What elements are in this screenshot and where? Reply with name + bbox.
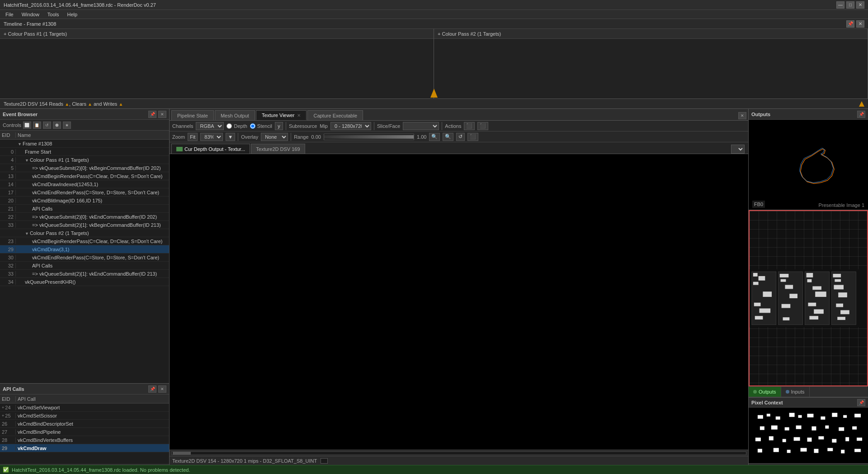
- tree-row-22a[interactable]: 22 => vkQueueSubmit(2)[0]: vkEndCommandB…: [0, 213, 169, 221]
- svg-rect-38: [776, 417, 780, 420]
- event-tree-columns: EID Name: [0, 131, 169, 140]
- tree-row-21[interactable]: 21 API Calls: [0, 205, 169, 213]
- tree-row-20[interactable]: 20 vkCmdBlitImage(ID 166,ID 175): [0, 197, 169, 205]
- tab-mesh-output[interactable]: Mesh Output: [215, 110, 255, 120]
- stencil-svg: [750, 211, 867, 385]
- maximize-button[interactable]: □: [846, 1, 854, 9]
- svg-rect-66: [801, 448, 807, 451]
- menu-file[interactable]: File: [2, 11, 17, 18]
- tree-row-5[interactable]: 5 => vkQueueSubmit(2)[0]: vkBeginCommand…: [0, 164, 169, 172]
- timeline-pass-1: + Colour Pass #1 (1 Targets): [0, 29, 434, 99]
- tab-pipeline-state[interactable]: Pipeline State: [171, 110, 214, 120]
- range-btn-3[interactable]: ↺: [456, 133, 465, 141]
- scrollbar-thumb[interactable]: [173, 452, 191, 455]
- texture-tab-depth-output[interactable]: Cur Depth Output - Textur...: [171, 144, 250, 154]
- zoom-down-btn[interactable]: ▼: [226, 133, 235, 141]
- menu-tools[interactable]: Tools: [44, 11, 63, 18]
- timeline-pass-2-header[interactable]: + Colour Pass #2 (1 Targets): [434, 29, 868, 39]
- texture-scrollbar-horizontal[interactable]: [170, 450, 748, 456]
- tab-texture-viewer[interactable]: Texture Viewer ✕: [256, 110, 307, 120]
- api-row-24[interactable]: +24 vkCmdSetViewport: [0, 404, 169, 412]
- center-panel-close[interactable]: ✕: [738, 112, 746, 119]
- svg-rect-34: [837, 317, 845, 320]
- slice-face-select[interactable]: [403, 122, 439, 130]
- api-row-25[interactable]: +25 vkCmdSetScissor: [0, 412, 169, 420]
- api-row-29[interactable]: 29 vkCmdDraw: [0, 444, 169, 452]
- tab-capture-executable[interactable]: Capture Executable: [307, 110, 363, 120]
- range-btn-1[interactable]: 🔍: [429, 133, 440, 141]
- range-slider[interactable]: [324, 134, 414, 140]
- range-btn-4[interactable]: ⬛: [467, 133, 478, 141]
- tree-row-14[interactable]: 14 vkCmdDrawIndexed(12453,1): [0, 180, 169, 188]
- output-tab-outputs[interactable]: Outputs: [749, 387, 781, 397]
- tree-row-pass2[interactable]: ▼Colour Pass #2 (1 Targets): [0, 229, 169, 237]
- svg-rect-27: [808, 303, 816, 306]
- tree-row-0[interactable]: 0 Frame Start: [0, 148, 169, 156]
- ctrl-btn-4[interactable]: ⬢: [53, 122, 61, 129]
- y-button[interactable]: y: [275, 122, 283, 130]
- svg-rect-10: [753, 282, 759, 285]
- api-calls-panel: API Calls 📌 ✕ EID API Call +24 vkCmdSetV…: [0, 384, 169, 474]
- range-btn-2[interactable]: 🔍: [443, 133, 453, 141]
- tree-row-33a[interactable]: 33 => vkQueueSubmit(2)[1]: vkBeginComman…: [0, 221, 169, 229]
- minimize-button[interactable]: —: [836, 1, 844, 9]
- tab-texture-viewer-close[interactable]: ✕: [297, 113, 301, 118]
- pixel-context-pin[interactable]: 📌: [857, 399, 865, 406]
- svg-rect-29: [836, 304, 843, 307]
- action-btn-2[interactable]: ⬛: [477, 122, 488, 130]
- output-tab-inputs[interactable]: Inputs: [781, 387, 810, 397]
- fit-button[interactable]: Fit: [188, 133, 198, 141]
- api-row-28[interactable]: 28 vkCmdBindVertexBuffers: [0, 436, 169, 444]
- tree-row-32[interactable]: 32 API Calls: [0, 262, 169, 270]
- action-btn-1[interactable]: ⬛: [464, 122, 475, 130]
- api-calls-pin[interactable]: 📌: [148, 385, 156, 393]
- tree-row-34[interactable]: 34 vkQueuePresentKHR(): [0, 278, 169, 286]
- api-table[interactable]: +24 vkCmdSetViewport +25 vkCmdSetScissor…: [0, 404, 169, 464]
- api-calls-close[interactable]: ✕: [158, 385, 166, 393]
- depth-texture-display: [170, 154, 748, 450]
- texture-tab-select[interactable]: ▼: [731, 145, 745, 154]
- mip-select[interactable]: 0 - 1280x720: [330, 122, 371, 130]
- tree-row-17[interactable]: 17 vkCmdEndRenderPass(C=Store, D=Store, …: [0, 188, 169, 197]
- texture-tab-dsv169[interactable]: Texture2D DSV 169: [251, 144, 305, 154]
- api-row-26[interactable]: 26 vkCmdBindDescriptorSet: [0, 420, 169, 428]
- svg-rect-69: [841, 450, 844, 453]
- timeline-pin-button[interactable]: 📌: [846, 20, 854, 28]
- divider-3: [442, 122, 442, 130]
- outputs-pin[interactable]: 📌: [857, 111, 865, 118]
- api-row-27[interactable]: 27 vkCmdBindPipeline: [0, 428, 169, 436]
- event-browser-pin[interactable]: 📌: [148, 111, 156, 118]
- menu-help[interactable]: Help: [64, 11, 81, 18]
- timeline-pass-1-header[interactable]: + Colour Pass #1 (1 Targets): [0, 29, 434, 39]
- ctrl-btn-2[interactable]: 📋: [33, 122, 41, 129]
- tree-row-33b[interactable]: 33 => vkQueueSubmit(2)[1]: vkEndCommandB…: [0, 270, 169, 278]
- range-min: 0.00: [311, 134, 321, 140]
- tree-row-23[interactable]: 23 vkCmdBeginRenderPass(C=Clear, D=Clear…: [0, 237, 169, 245]
- tree-row-13[interactable]: 13 vkCmdBeginRenderPass(C=Clear, D=Clear…: [0, 172, 169, 180]
- pixel-context-bg: [749, 408, 868, 463]
- texture-content[interactable]: [170, 154, 748, 450]
- event-tree[interactable]: ▼Frame #1308 0 Frame Start 4 ▼Colour Pas…: [0, 140, 169, 383]
- svg-rect-50: [811, 427, 816, 431]
- stencil-radio[interactable]: [250, 123, 255, 129]
- close-button[interactable]: ✕: [856, 1, 864, 9]
- event-browser-close[interactable]: ✕: [158, 111, 166, 118]
- zoom-select[interactable]: 83%: [200, 133, 223, 141]
- tree-row-29[interactable]: 29 vkCmdDraw(3,1): [0, 245, 169, 253]
- main-tab-bar: Pipeline State Mesh Output Texture Viewe…: [170, 109, 748, 121]
- svg-rect-61: [845, 437, 849, 441]
- tree-row-pass1[interactable]: 4 ▼Colour Pass #1 (1 Targets): [0, 156, 169, 164]
- ctrl-btn-1[interactable]: ⬜: [23, 122, 31, 129]
- tree-row-frame[interactable]: ▼Frame #1308: [0, 140, 169, 148]
- ctrl-btn-3[interactable]: ↺: [43, 122, 51, 129]
- scrollbar-track[interactable]: [171, 451, 746, 455]
- depth-radio[interactable]: [226, 123, 232, 129]
- menu-window[interactable]: Window: [18, 11, 43, 18]
- ctrl-btn-5[interactable]: ★: [63, 122, 71, 129]
- timeline-close-button[interactable]: ✕: [856, 20, 864, 28]
- overlay-select[interactable]: None: [261, 133, 288, 141]
- title-bar-controls: — □ ✕: [836, 1, 864, 9]
- channels-select[interactable]: RGBA: [196, 122, 224, 130]
- tree-row-30[interactable]: 30 vkCmdEndRenderPass(C=Store, D=Store, …: [0, 253, 169, 262]
- svg-rect-68: [827, 448, 833, 451]
